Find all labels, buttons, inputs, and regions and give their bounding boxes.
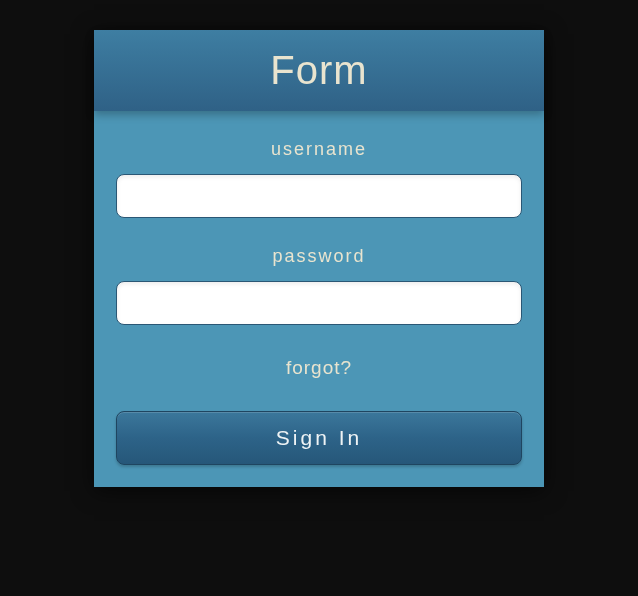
form-header: Form bbox=[94, 30, 544, 111]
password-input[interactable] bbox=[116, 281, 522, 325]
form-body: username password forgot? Sign In bbox=[94, 111, 544, 487]
username-input[interactable] bbox=[116, 174, 522, 218]
password-label: password bbox=[116, 246, 522, 267]
signin-button[interactable]: Sign In bbox=[116, 411, 522, 465]
login-form-card: Form username password forgot? Sign In bbox=[94, 30, 544, 487]
forgot-link[interactable]: forgot? bbox=[286, 357, 352, 379]
username-label: username bbox=[116, 139, 522, 160]
form-title: Form bbox=[94, 48, 544, 93]
